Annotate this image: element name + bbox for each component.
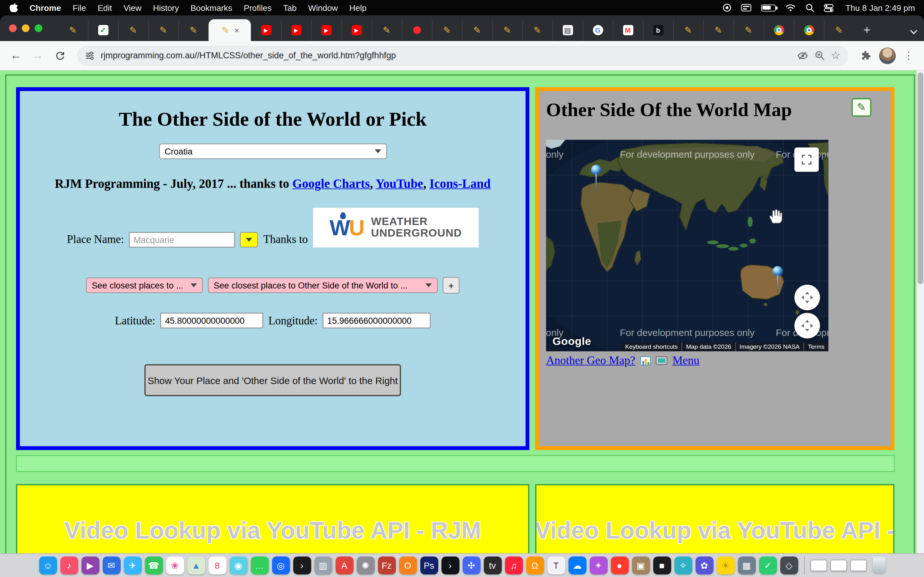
google-charts-link[interactable]: Google Charts (292, 177, 370, 190)
control-center-icon[interactable] (824, 3, 833, 12)
menu-item[interactable]: Window (309, 3, 338, 13)
battery-icon[interactable] (761, 4, 775, 11)
closest-places-other-side-select[interactable]: See closest places to Other Side of the … (208, 277, 438, 293)
browser-tab[interactable]: × (794, 19, 824, 41)
dock-app-icon[interactable]: › (293, 556, 311, 574)
minimize-window-button[interactable] (22, 24, 29, 32)
trash-icon[interactable] (872, 558, 885, 573)
zoom-icon[interactable] (814, 50, 825, 61)
browser-tab[interactable]: × (58, 19, 88, 41)
menu-link[interactable]: Menu (672, 354, 699, 367)
browser-tab[interactable]: × (764, 19, 794, 41)
browser-tab[interactable]: × (552, 19, 583, 41)
browser-tab[interactable]: × (251, 19, 281, 41)
browser-tab[interactable]: × (583, 19, 613, 41)
dock-app-icon[interactable]: ❀ (166, 556, 184, 574)
site-settings-icon[interactable] (85, 50, 95, 61)
menu-item[interactable]: Profiles (244, 3, 272, 13)
zoom-window-button[interactable] (35, 24, 42, 32)
dock-app-icon[interactable]: ✺ (357, 556, 375, 574)
back-button[interactable]: ← (6, 46, 26, 65)
profile-avatar[interactable] (879, 47, 896, 64)
memo-note-icon[interactable]: ✎ (851, 98, 871, 117)
browser-tab[interactable]: × (372, 19, 402, 41)
place-suggestions-select[interactable] (240, 232, 258, 247)
browser-tab[interactable]: × (148, 19, 178, 41)
close-window-button[interactable] (9, 24, 17, 32)
browser-tab[interactable]: × (178, 19, 208, 41)
forward-button[interactable]: → (28, 46, 47, 65)
menu-item[interactable]: History (153, 3, 179, 13)
dock-app-icon[interactable]: ✓ (759, 556, 777, 574)
dock-app-icon[interactable]: ■ (653, 556, 671, 574)
dock-app-icon[interactable]: … (250, 556, 268, 574)
dock-app-icon[interactable]: T (547, 556, 565, 574)
browser-tab[interactable]: × (673, 19, 703, 41)
menu-bar-clock[interactable]: Thu 8 Jan 2:49 pm (845, 3, 915, 13)
youtube-link[interactable]: YouTube (376, 177, 423, 190)
country-select[interactable]: Croatia (159, 143, 387, 159)
dock-app-icon[interactable]: ▶ (81, 556, 99, 574)
place-name-input[interactable] (129, 232, 235, 247)
terms-link[interactable]: Terms (803, 342, 829, 351)
address-bar[interactable]: rjmprogramming.com.au//HTMLCSS/other_sid… (77, 45, 848, 66)
dock-app-icon[interactable]: ● (611, 556, 628, 574)
dock-app-icon[interactable]: ▥ (314, 556, 332, 574)
menu-item[interactable]: Help (349, 3, 367, 13)
browser-tab[interactable]: × (733, 19, 764, 41)
minimized-window-thumbnail[interactable] (830, 560, 846, 571)
browser-tab[interactable]: × (643, 19, 673, 41)
browser-tab[interactable]: × (341, 19, 372, 41)
browser-tab[interactable]: × (432, 19, 462, 41)
browser-tab[interactable]: × (402, 19, 432, 41)
dock-app-icon[interactable]: › (441, 556, 459, 574)
dock-app-icon[interactable]: ▦ (738, 556, 756, 574)
dock-app-icon[interactable]: Ω (526, 556, 544, 574)
add-button[interactable]: + (443, 277, 459, 293)
google-maps-logo[interactable]: Google (552, 335, 591, 348)
dock-app-icon[interactable]: O (399, 556, 417, 574)
google-map[interactable]: For development purposes only For develo… (546, 140, 829, 351)
minimized-window-thumbnail[interactable] (850, 560, 867, 571)
dock-app-icon[interactable]: ♪ (60, 556, 78, 574)
browser-tab[interactable]: × (613, 19, 643, 41)
dock-app-icon[interactable]: ✧ (674, 556, 692, 574)
scrollbar-thumb[interactable] (918, 73, 923, 284)
reload-button[interactable] (50, 46, 69, 65)
extensions-puzzle-icon[interactable] (860, 50, 871, 61)
privacy-eye-icon[interactable] (797, 50, 809, 61)
latitude-input[interactable] (160, 313, 263, 328)
map-pan-control[interactable] (795, 313, 820, 338)
menu-app-name[interactable]: Chrome (29, 3, 61, 13)
bookmark-star-icon[interactable]: ☆ (831, 50, 841, 61)
dock-app-icon[interactable]: Fz (378, 556, 396, 574)
dock-app-icon[interactable]: ▣ (632, 556, 650, 574)
status-circle-icon[interactable] (722, 3, 731, 12)
dock-app-icon[interactable]: ▲ (187, 556, 205, 574)
browser-menu-icon[interactable]: ⋮ (903, 49, 914, 61)
dock-app-icon[interactable]: ◎ (272, 556, 290, 574)
map-pin-origin[interactable] (591, 165, 601, 175)
dock-app-icon[interactable]: Ps (420, 556, 438, 574)
menu-item[interactable]: Edit (97, 3, 112, 13)
closest-places-select[interactable]: See closest places to ... (86, 277, 203, 293)
apple-menu-icon[interactable] (9, 3, 18, 13)
dock-app-icon[interactable]: ✣ (462, 556, 480, 574)
icons-land-link[interactable]: Icons-Land (429, 177, 491, 190)
menu-item[interactable]: View (124, 3, 142, 13)
dock-app-icon[interactable]: ◇ (780, 556, 798, 574)
dock-app-icon[interactable]: ✈ (124, 556, 142, 574)
menu-item[interactable]: Tab (283, 3, 297, 13)
monitor-icon[interactable] (656, 356, 667, 365)
browser-tab[interactable]: × (281, 19, 311, 41)
url-text[interactable]: rjmprogramming.com.au//HTMLCSS/other_sid… (101, 51, 791, 60)
menu-item[interactable]: File (73, 3, 86, 13)
browser-tab[interactable]: × (208, 19, 251, 41)
browser-tab[interactable]: × (311, 19, 341, 41)
dock-app-icon[interactable]: ☀ (716, 556, 734, 574)
browser-tab[interactable]: × (522, 19, 552, 41)
browser-tab[interactable]: × (462, 19, 492, 41)
dock-app-icon[interactable]: ☎ (145, 556, 163, 574)
another-geo-map-link[interactable]: Another Geo Map? (546, 354, 635, 367)
dock-app-icon[interactable]: ✿ (695, 556, 713, 574)
